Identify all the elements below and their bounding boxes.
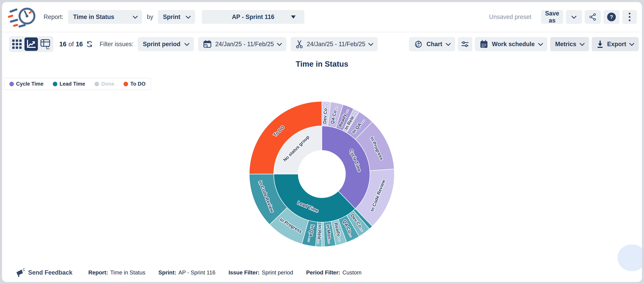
issue-count: 16 of 16 (59, 41, 93, 48)
legend-dot-icon (53, 82, 57, 86)
view-switcher (9, 36, 53, 52)
footer-summary-item: Sprint:AP - Sprint 116 (158, 269, 216, 276)
app-logo-icon (7, 6, 36, 28)
period-filter-value: 24/Jan/25 - 11/Feb/25 (215, 41, 274, 48)
page-title: Time in Status (2, 59, 642, 68)
chevron-down-icon (186, 14, 191, 19)
legend-dot-icon (124, 82, 128, 86)
chevron-down-icon (446, 41, 451, 46)
chevron-down-icon (538, 41, 543, 46)
sliders-icon (461, 40, 469, 48)
chevron-down-icon (277, 41, 282, 46)
pivot-view-icon (40, 39, 50, 49)
chevron-down-icon (184, 41, 190, 46)
count-total: 16 (76, 41, 83, 48)
share-button[interactable] (585, 10, 601, 24)
footer-summary-item: Period Filter:Custom (306, 269, 362, 276)
kebab-menu-icon (628, 13, 630, 21)
chevron-down-icon (629, 41, 634, 46)
header: Report: Time in Status by Sprint AP - Sp… (2, 2, 642, 32)
scissors-icon (296, 40, 303, 48)
legend-item[interactable]: Cycle Time (10, 81, 44, 87)
legend-dot-icon (94, 82, 99, 86)
calendar-icon (480, 40, 488, 48)
chart-type-label: Chart (426, 41, 442, 48)
share-icon (589, 13, 596, 21)
megaphone-icon (16, 268, 25, 277)
send-feedback-label: Send Feedback (28, 269, 72, 276)
chart-legend: Cycle TimeLead TimeDoneTo DO (4, 78, 151, 90)
legend-item[interactable]: Lead Time (53, 81, 85, 87)
chevron-down-icon (571, 14, 576, 19)
save-as-button[interactable]: Save as (541, 10, 563, 24)
work-schedule-label: Work schedule (492, 41, 535, 48)
legend-label: Lead Time (60, 81, 85, 87)
legend-label: Done (101, 81, 114, 87)
export-icon (597, 40, 604, 48)
period-filter-select[interactable]: 24/Jan/25 - 11/Feb/25 (198, 37, 286, 51)
triangle-down-icon (291, 16, 296, 19)
sunburst-chart-wrap: Cycle TimeLead TimeNo status groupDev Co… (247, 99, 396, 249)
grid-view-button[interactable] (10, 37, 24, 51)
pivot-view-button[interactable] (39, 37, 52, 51)
toolbar: 16 of 16 Filter issues: Sprint period (2, 32, 642, 56)
footer-summary-item: Issue Filter:Sprint period (228, 269, 293, 276)
report-type-value: Time in Status (73, 14, 114, 21)
work-schedule-select[interactable]: Work schedule (475, 37, 548, 51)
save-options-button[interactable] (566, 10, 582, 24)
legend-dot-icon (10, 82, 14, 86)
pie-chart-icon (414, 40, 422, 48)
export-select[interactable]: Export (592, 37, 639, 51)
filter-issues-label: Filter issues: (100, 41, 134, 48)
chevron-down-icon (133, 14, 138, 19)
legend-item[interactable]: Done (94, 81, 114, 87)
sprint-value: AP - Sprint 116 (232, 14, 274, 21)
legend-label: Cycle Time (16, 81, 44, 87)
export-label: Export (607, 41, 626, 48)
app-panel: Report: Time in Status by Sprint AP - Sp… (2, 2, 642, 282)
legend-label: To DO (130, 81, 146, 87)
metrics-label: Metrics (555, 41, 576, 48)
refresh-icon[interactable] (86, 41, 93, 48)
sunburst-chart[interactable]: Cycle TimeLead TimeNo status groupDev Co… (247, 99, 396, 249)
by-label: by (147, 14, 153, 21)
help-icon: ? (607, 13, 616, 21)
chevron-down-icon (368, 41, 374, 46)
send-feedback-button[interactable]: Send Feedback (16, 268, 72, 277)
chart-type-select[interactable]: Chart (409, 37, 455, 51)
chart-view-button[interactable] (24, 37, 38, 51)
floating-widget-bubble[interactable] (618, 244, 642, 271)
footer: Send Feedback Report:Time in StatusSprin… (16, 267, 375, 278)
count-shown: 16 (59, 41, 66, 48)
preset-status: Unsaved preset (489, 14, 531, 21)
chart-settings-button[interactable] (458, 37, 472, 51)
save-as-label: Save as (544, 10, 560, 24)
report-label: Report: (44, 14, 63, 21)
metrics-select[interactable]: Metrics (550, 37, 589, 51)
calendar-clock-icon (203, 40, 212, 48)
help-button[interactable]: ? (604, 10, 620, 24)
footer-summary-item: Report:Time in Status (88, 269, 145, 276)
grid-view-icon (12, 39, 22, 49)
footer-summary: Report:Time in StatusSprint:AP - Sprint … (88, 269, 375, 276)
group-by-value: Sprint (163, 14, 180, 21)
kebab-menu-button[interactable] (622, 10, 637, 24)
group-by-select[interactable]: Sprint (158, 10, 195, 24)
trim-period-value: 24/Jan/25 - 11/Feb/25 (307, 41, 366, 48)
sunburst-segment-label: In Rele… (317, 225, 322, 244)
chevron-down-icon (580, 41, 585, 46)
legend-item[interactable]: To DO (124, 81, 146, 87)
chart-view-icon (26, 39, 36, 49)
issue-filter-select[interactable]: Sprint period (138, 37, 194, 51)
sprint-select[interactable]: AP - Sprint 116 (202, 10, 304, 24)
trim-period-select[interactable]: 24/Jan/25 - 11/Feb/25 (291, 37, 378, 51)
count-of: of (68, 41, 74, 48)
report-type-select[interactable]: Time in Status (68, 10, 142, 24)
issue-filter-value: Sprint period (143, 41, 180, 48)
